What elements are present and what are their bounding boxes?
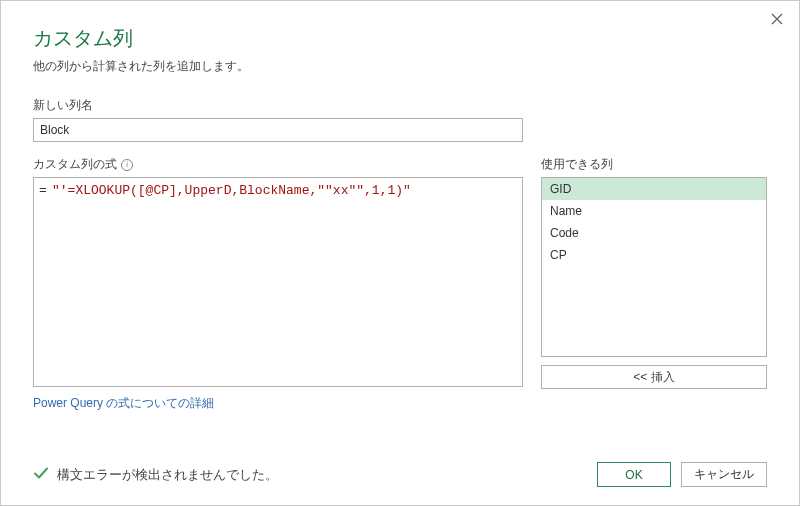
formula-label: カスタム列の式 i xyxy=(33,156,523,173)
ok-button[interactable]: OK xyxy=(597,462,671,487)
column-item[interactable]: Name xyxy=(542,200,766,222)
column-item[interactable]: Code xyxy=(542,222,766,244)
formula-prefix: = xyxy=(34,178,52,386)
dialog-title: カスタム列 xyxy=(33,25,767,52)
help-link[interactable]: Power Query の式についての詳細 xyxy=(33,395,214,412)
formula-body[interactable]: "'=XLOOKUP([@CP],UpperD,BlockName,""xx""… xyxy=(52,178,522,386)
new-column-name-label: 新しい列名 xyxy=(33,97,767,114)
custom-column-dialog: カスタム列 他の列から計算された列を追加します。 新しい列名 カスタム列の式 i… xyxy=(0,0,800,506)
available-columns-list[interactable]: GIDNameCodeCP xyxy=(541,177,767,357)
cancel-button[interactable]: キャンセル xyxy=(681,462,767,487)
syntax-status: 構文エラーが検出されませんでした。 xyxy=(33,465,278,484)
dialog-footer: 構文エラーが検出されませんでした。 OK キャンセル xyxy=(33,462,767,487)
close-button[interactable] xyxy=(767,9,787,29)
dialog-buttons: OK キャンセル xyxy=(597,462,767,487)
available-columns-label: 使用できる列 xyxy=(541,156,767,173)
formula-editor[interactable]: = "'=XLOOKUP([@CP],UpperD,BlockName,""xx… xyxy=(33,177,523,387)
column-item[interactable]: GID xyxy=(542,178,766,200)
info-icon[interactable]: i xyxy=(121,159,133,171)
column-item[interactable]: CP xyxy=(542,244,766,266)
dialog-subtitle: 他の列から計算された列を追加します。 xyxy=(33,58,767,75)
check-icon xyxy=(33,465,49,484)
close-icon xyxy=(771,13,783,25)
dialog-content: カスタム列 他の列から計算された列を追加します。 新しい列名 カスタム列の式 i… xyxy=(1,1,799,428)
formula-label-text: カスタム列の式 xyxy=(33,156,117,173)
new-column-name-input[interactable] xyxy=(33,118,523,142)
status-text: 構文エラーが検出されませんでした。 xyxy=(57,466,278,484)
insert-button[interactable]: << 挿入 xyxy=(541,365,767,389)
